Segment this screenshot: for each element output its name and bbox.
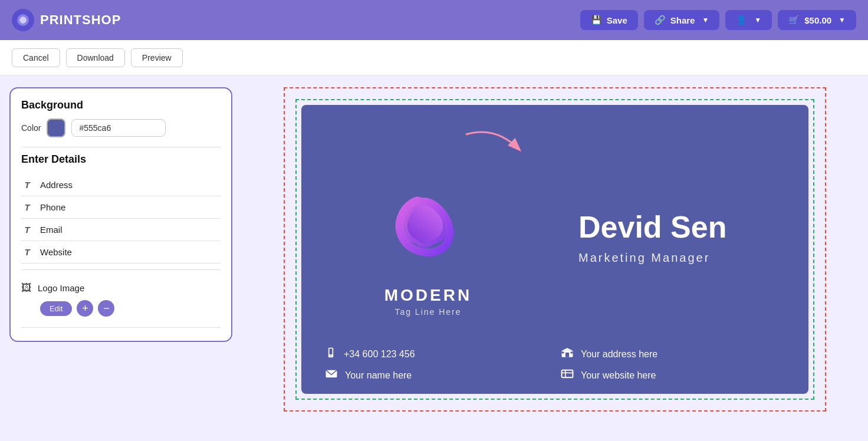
download-button[interactable]: Download [66,48,125,67]
canvas-area: MODERN Tag Line Here Devid Sen Marketing… [242,75,868,441]
header-actions: 💾 Save 🔗 Share ▼ 👤 ▼ 🛒 $50.00 ▼ [580,10,856,30]
cart-button[interactable]: 🛒 $50.00 ▼ [778,10,856,30]
svg-marker-5 [562,348,573,351]
address-text: Your address here [581,349,657,360]
logo-remove-button[interactable]: − [98,300,114,317]
person-title: Marketing Manager [578,251,785,265]
sidebar: Background Color Enter Details T Address… [0,75,242,441]
svg-rect-7 [562,351,564,353]
text-icon-address: T [21,180,33,190]
address-icon [561,347,574,361]
svg-point-3 [330,356,331,357]
email-text: Your name here [345,370,412,381]
detail-item-email[interactable]: T Email [21,219,221,241]
logo-add-button[interactable]: + [77,300,93,317]
card-contact: +34 600 123 456 Your address here [301,335,808,394]
website-text: Your website here [581,370,656,381]
sidebar-panel: Background Color Enter Details T Address… [9,87,232,342]
safe-zone-border: MODERN Tag Line Here Devid Sen Marketing… [295,99,814,400]
svg-rect-8 [571,351,573,353]
save-icon: 💾 [591,15,602,25]
share-button[interactable]: 🔗 Share ▼ [644,10,720,30]
email-label: Email [40,225,63,235]
color-row: Color [21,119,221,137]
background-section-title: Background [21,99,221,111]
logo-image-label: Logo Image [38,283,84,293]
bleed-border: MODERN Tag Line Here Devid Sen Marketing… [284,87,826,412]
business-card[interactable]: MODERN Tag Line Here Devid Sen Marketing… [301,105,808,394]
toolbar: Cancel Download Preview [0,40,868,75]
person-name: Devid Sen [578,210,785,244]
detail-item-website[interactable]: T Website [21,241,221,264]
account-icon: 👤 [736,15,747,25]
cancel-button[interactable]: Cancel [12,48,60,67]
details-section-title: Enter Details [21,153,221,166]
detail-item-address[interactable]: T Address [21,174,221,196]
website-label: Website [40,247,72,257]
detail-item-phone[interactable]: T Phone [21,196,221,219]
card-tagline: Tag Line Here [394,307,461,317]
contact-email: Your name here [325,368,549,382]
svg-rect-2 [330,348,333,354]
divider-1 [21,147,221,147]
card-logo [381,182,475,277]
cart-chevron-icon: ▼ [839,16,846,24]
text-icon-phone: T [21,202,33,212]
logo-actions: Edit + − [21,298,221,321]
text-icon-website: T [21,247,33,257]
phone-label: Phone [40,202,65,212]
contact-phone: +34 600 123 456 [325,347,549,361]
phone-icon [325,347,337,361]
share-icon: 🔗 [655,15,666,25]
email-icon [325,368,338,382]
color-swatch[interactable] [47,119,65,137]
main-content: Background Color Enter Details T Address… [0,75,868,441]
contact-address: Your address here [561,347,785,361]
logo-icon [12,9,34,31]
divider-3 [21,327,221,328]
share-chevron-icon: ▼ [702,16,709,24]
save-button[interactable]: 💾 Save [580,10,638,30]
svg-rect-6 [565,353,569,357]
app-name: PRINTSHOP [40,12,121,28]
image-icon: 🖼 [21,282,32,294]
logo-edit-button[interactable]: Edit [40,301,72,316]
arrow-indicator [460,123,525,160]
svg-rect-10 [562,370,573,378]
website-icon [561,369,574,381]
logo: PRINTSHOP [12,9,121,31]
divider-2 [21,269,221,270]
color-label: Color [21,123,41,133]
text-icon-email: T [21,225,33,235]
logo-image-row: 🖼 Logo Image [21,276,221,298]
preview-button[interactable]: Preview [131,48,183,67]
contact-website: Your website here [561,368,785,382]
address-label: Address [40,180,73,190]
brand-name: MODERN [384,286,472,305]
phone-text: +34 600 123 456 [344,349,415,360]
header: PRINTSHOP 💾 Save 🔗 Share ▼ 👤 ▼ 🛒 $50.00 … [0,0,868,40]
color-input[interactable] [71,119,166,137]
account-button[interactable]: 👤 ▼ [725,10,772,30]
account-chevron-icon: ▼ [754,16,761,24]
cart-icon: 🛒 [788,15,800,25]
logo-svg [16,13,30,27]
